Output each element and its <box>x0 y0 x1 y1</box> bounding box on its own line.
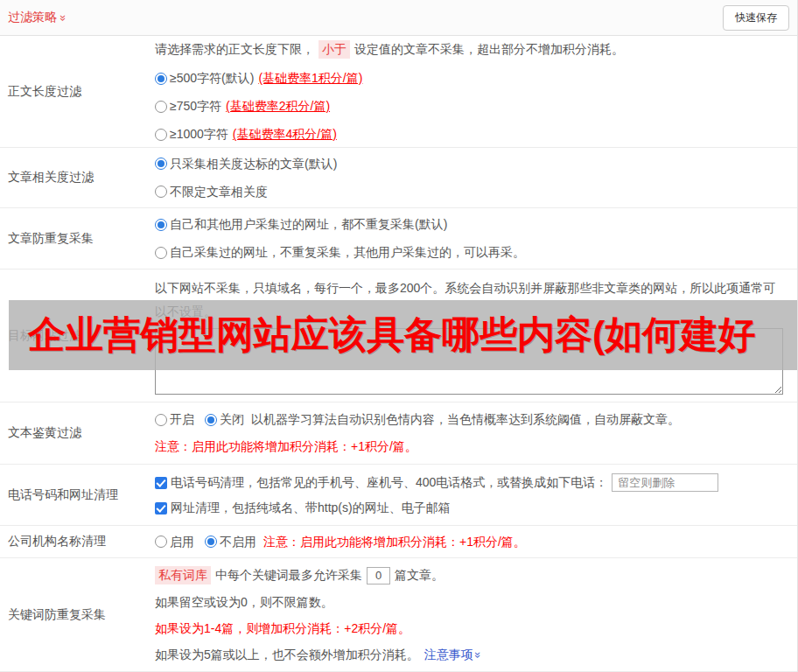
porn-option-off[interactable]: 关闭 <box>220 411 244 428</box>
company-option-off[interactable]: 不启用 <box>220 534 256 550</box>
relevance-option-strict[interactable]: 只采集相关度达标的文章(默认) <box>155 156 788 172</box>
company-cost-note: 注意：启用此功能将增加积分消耗：+1积分/篇。 <box>263 534 526 550</box>
fee-note: (基础费率2积分/篇) <box>226 98 330 115</box>
row-label: 电话号码和网址清理 <box>0 465 155 525</box>
row-label: 文章相关度过滤 <box>0 148 155 207</box>
radio-button[interactable] <box>155 536 167 548</box>
watermark-text: 企业营销型网站应该具备哪些内容(如何建好 <box>9 310 755 360</box>
length-option-750[interactable]: ≥750字符 (基础费率2积分/篇) <box>155 98 788 115</box>
row-label: 正文长度过滤 <box>0 36 155 147</box>
phone-cleanup-checkbox[interactable] <box>155 477 167 489</box>
row-dedupe-collection: 文章防重复采集 自己和其他用户采集过的网址，都不重复采集(默认) 自己采集过的网… <box>0 208 797 270</box>
row-label: 公司机构名称清理 <box>0 526 155 557</box>
company-option-on[interactable]: 启用 <box>170 534 194 550</box>
page-title-label: 过滤策略 <box>8 10 57 25</box>
keyword-note-unlimited: 如果留空或设为0，则不限篇数。 <box>155 594 788 611</box>
quick-save-button[interactable]: 快速保存 <box>723 5 789 31</box>
less-than-highlight: 小于 <box>318 40 350 59</box>
chevron-down-icon: » <box>58 14 69 20</box>
row-label: 文章防重复采集 <box>0 208 155 269</box>
page-title[interactable]: 过滤策略 » <box>8 10 66 25</box>
radio-button[interactable] <box>155 158 167 170</box>
radio-button[interactable] <box>205 414 217 426</box>
row-company-name-cleanup: 公司机构名称清理 启用 不启用 注意：启用此功能将增加积分消耗：+1积分/篇。 <box>0 526 797 558</box>
row-label: 文本鉴黄过滤 <box>0 402 155 464</box>
max-articles-input[interactable] <box>367 567 390 584</box>
length-option-500[interactable]: ≥500字符(默认) (基础费率1积分/篇) <box>155 70 788 87</box>
private-lexicon-highlight: 私有词库 <box>155 566 211 584</box>
row-relevance-filter: 文章相关度过滤 只采集相关度达标的文章(默认) 不限定文章相关度 <box>0 148 797 208</box>
dedupe-option-all-users[interactable]: 自己和其他用户采集过的网址，都不重复采集(默认) <box>155 216 788 233</box>
radio-button[interactable] <box>155 247 167 259</box>
row-keyword-dedupe: 关键词防重复采集 私有词库 中每个关键词最多允许采集 篇文章。 如果留空或设为0… <box>0 558 797 672</box>
relevance-option-any[interactable]: 不限定文章相关度 <box>155 184 788 200</box>
chevron-down-icon: » <box>472 652 484 658</box>
top-bar: 过滤策略 » 快速保存 <box>0 0 797 36</box>
porn-cost-note: 注意：启用此功能将增加积分消耗：+1积分/篇。 <box>155 438 788 455</box>
notes-link[interactable]: 注意事项 » <box>424 647 481 663</box>
replacement-phone-input[interactable] <box>612 473 718 492</box>
row-body-length-filter: 正文长度过滤 请选择需求的正文长度下限， 小于 设定值的文章不采集，超出部分不增… <box>0 36 797 148</box>
row-porn-filter: 文本鉴黄过滤 开启 关闭 以机器学习算法自动识别色情内容，当色情概率达到系统阈值… <box>0 402 797 465</box>
watermark-overlay: 企业营销型网站应该具备哪些内容(如何建好 <box>9 300 798 370</box>
length-intro: 请选择需求的正文长度下限， 小于 设定值的文章不采集，超出部分不增加积分消耗。 <box>155 40 788 59</box>
radio-button[interactable] <box>155 186 167 198</box>
radio-button[interactable] <box>155 129 167 141</box>
phone-cleanup-label: 电话号码清理，包括常见的手机号、座机号、400电话格式，或替换成如下电话： <box>171 474 607 491</box>
porn-option-on[interactable]: 开启 <box>170 411 194 428</box>
url-cleanup-label: 网址清理，包括纯域名、带http(s)的网址、电子邮箱 <box>171 500 451 516</box>
keyword-note-five-plus: 如果设为5篇或以上，也不会额外增加积分消耗。 <box>155 647 419 663</box>
radio-button[interactable] <box>155 414 167 426</box>
radio-button[interactable] <box>155 101 167 113</box>
row-phone-url-cleanup: 电话号码和网址清理 电话号码清理，包括常见的手机号、座机号、400电话格式，或替… <box>0 465 797 526</box>
url-cleanup-checkbox[interactable] <box>155 502 167 514</box>
porn-description: 以机器学习算法自动识别色情内容，当色情概率达到系统阈值，自动屏蔽文章。 <box>251 411 680 428</box>
keyword-cost-note: 如果设为1-4篇，则增加积分消耗：+2积分/篇。 <box>155 620 788 637</box>
dedupe-option-self-only[interactable]: 自己采集过的网址，不重复采集，其他用户采集过的，可以再采。 <box>155 244 788 261</box>
radio-button[interactable] <box>155 219 167 231</box>
radio-button[interactable] <box>155 73 167 85</box>
fee-note: (基础费率4积分/篇) <box>233 126 337 143</box>
length-option-1000[interactable]: ≥1000字符 (基础费率4积分/篇) <box>155 126 788 143</box>
row-label: 关键词防重复采集 <box>0 558 155 671</box>
fee-note: (基础费率1积分/篇) <box>258 70 362 87</box>
radio-button[interactable] <box>205 536 217 548</box>
